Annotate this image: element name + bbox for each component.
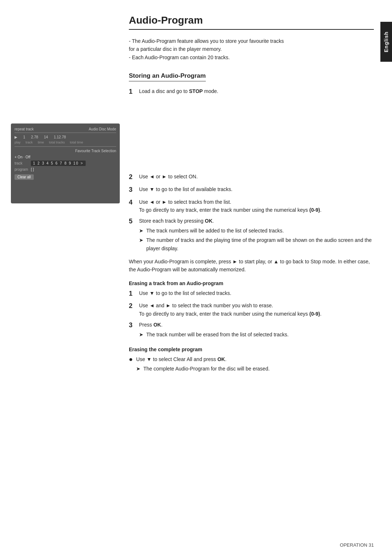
intro-line1: - The Audio-Program feature allows you t… (129, 37, 374, 45)
total-tracks-label: total tracks (49, 141, 65, 144)
storing-section-title: Storing an Audio-Program (129, 72, 206, 81)
step-1-number: 1 (129, 86, 139, 97)
intro-line3: - Each Audio-Program can contain 20 trac… (129, 53, 374, 61)
program-label: program (15, 167, 31, 171)
step-2-content: Use ◄ or ► to select ON. (139, 173, 374, 181)
erase-step-3-arrow-text: The track number will be erased from the… (146, 331, 289, 339)
audio-disc-mode-label: Audio Disc Mode (89, 127, 116, 131)
erasing-complete-section: Erasing the complete program ● Use ▼ to … (129, 347, 374, 374)
step-3: 3 Use ▼ to go to the list of available t… (129, 185, 374, 195)
complete-erase-arrow-text: The complete Audio-Program for the disc … (143, 365, 270, 373)
track-row-label: track (15, 161, 31, 165)
time-label: time (38, 141, 44, 144)
step-1-content: Load a disc and go to STOP mode. (139, 87, 374, 95)
step-5-arrow-2: ➤ The number of tracks and the playing t… (139, 236, 374, 252)
intro-line2: for a particular disc in the player memo… (129, 45, 374, 53)
step-2: 2 Use ◄ or ► to select ON. (129, 173, 374, 182)
play-label: play (15, 141, 21, 144)
step-5-number: 5 (129, 216, 139, 227)
repeat-track-label: repeat track (15, 127, 34, 131)
erase-step-3-content: Press OK. ➤ The track number will be era… (139, 321, 374, 340)
complete-erase-text: Use ▼ to select Clear All and press OK. … (136, 355, 270, 374)
step-5-content: Store each track by pressing OK. ➤ The t… (139, 217, 374, 254)
step-3-content: Use ▼ to go to the list of available tra… (139, 185, 374, 193)
erase-step-1: 1 Use ▼ to go to the list of selected tr… (129, 289, 374, 299)
step-4-content: Use ◄ or ► to select tracks from the lis… (139, 198, 374, 214)
complete-erase-bullet: ● Use ▼ to select Clear All and press OK… (129, 355, 374, 374)
erasing-track-section: Erasing a track from an Audio-program 1 … (129, 280, 374, 340)
step-2-number: 2 (129, 172, 139, 182)
erase-step-2-content: Use ◄ and ► to select the track number y… (139, 301, 374, 318)
storing-note: When your Audio-Program is complete, pre… (129, 258, 374, 274)
erase-step-2: 2 Use ◄ and ► to select the track number… (129, 301, 374, 318)
time-val: 2.78 (31, 135, 38, 139)
clear-all-btn: Clear all (15, 174, 34, 180)
step-4: 4 Use ◄ or ► to select tracks from the l… (129, 198, 374, 214)
page-title: Audio-Program (129, 15, 374, 30)
total-time-label: total time (70, 141, 83, 144)
step-3-number: 3 (129, 185, 139, 195)
erase-step-3-number: 3 (129, 320, 139, 331)
main-content: Audio-Program - The Audio-Program featur… (129, 15, 374, 537)
erase-step-1-number: 1 (129, 288, 139, 299)
program-val: [ ] (31, 167, 34, 171)
erase-step-2-number: 2 (129, 301, 139, 311)
erasing-track-title: Erasing a track from an Audio-program (129, 280, 374, 286)
favourite-label: Favourite Track Selection (15, 149, 116, 153)
step-1: 1 Load a disc and go to STOP mode. (129, 87, 374, 97)
erase-step-3-arrow-1: ➤ The track number will be erased from t… (139, 331, 374, 339)
play-val: ▶ (15, 135, 17, 139)
erase-step-1-content: Use ▼ to go to the list of selected trac… (139, 289, 374, 297)
page-number: OPERATION 31 (340, 542, 374, 548)
screen-preview: repeat track Audio Disc Mode ▶ 1 2.78 14… (11, 123, 120, 203)
step-5: 5 Store each track by pressing OK. ➤ The… (129, 217, 374, 254)
complete-erase-arrow: ➤ The complete Audio-Program for the dis… (136, 365, 270, 373)
step-5-arrow-2-text: The number of tracks and the playing tim… (146, 236, 374, 252)
track-val: 1 (23, 135, 25, 139)
storing-section: Storing an Audio-Program 1 Load a disc a… (129, 72, 374, 274)
step-5-arrow-1: ➤ The track numbers will be added to the… (139, 227, 374, 235)
erase-step-3: 3 Press OK. ➤ The track number will be e… (129, 321, 374, 340)
step-5-arrow-1-text: The track numbers will be added to the l… (146, 227, 284, 235)
track-numbers: 1 2 3 4 5 6 7 8 9 10 > (31, 161, 86, 166)
language-tab: English (380, 22, 392, 62)
on-off-label: + On · Off (15, 155, 116, 159)
total-time-val: 1.12.78 (54, 135, 66, 139)
total-tracks-val: 14 (44, 135, 48, 139)
step-4-number: 4 (129, 197, 139, 208)
erasing-complete-title: Erasing the complete program (129, 347, 374, 352)
intro-text: - The Audio-Program feature allows you t… (129, 37, 374, 61)
track-label: track (26, 141, 33, 144)
